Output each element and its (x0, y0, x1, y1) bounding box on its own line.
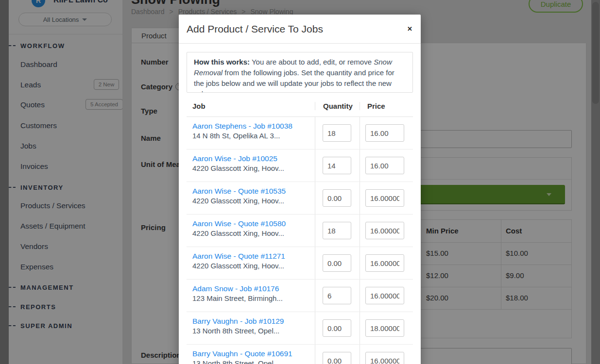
close-icon[interactable]: ✕ (407, 25, 412, 33)
job-row: Aaron Wise - Quote #112714220 Glasscott … (187, 247, 413, 280)
quantity-column-header: Quantity (315, 102, 360, 110)
job-address: 13 North 8th Street, Opel... (192, 359, 315, 364)
job-address: 4220 Glasscott Xing, Hoov... (192, 197, 315, 205)
job-address: 123 Main Street, Birmingh... (192, 294, 315, 302)
price-input[interactable] (365, 222, 404, 239)
job-address: 4220 Glasscott Xing, Hoov... (192, 229, 315, 237)
price-input[interactable] (365, 189, 404, 207)
quantity-input[interactable] (323, 189, 351, 207)
price-input[interactable] (365, 254, 404, 272)
quantity-input[interactable] (323, 124, 351, 142)
job-link[interactable]: Aaron Wise - Quote #10580 (192, 219, 315, 228)
add-product-service-to-jobs-modal: Add Product / Service To Jobs ✕ How this… (179, 15, 421, 364)
quantity-input[interactable] (323, 319, 351, 337)
quantity-input[interactable] (323, 287, 351, 304)
price-column-header: Price (360, 102, 413, 110)
job-link[interactable]: Barry Vaughn - Job #10129 (192, 317, 315, 326)
job-row: Aaron Stephens - Job #1003814 N 8th St, … (187, 117, 413, 149)
job-address: 13 North 8th Street, Opel... (192, 327, 315, 335)
job-row: Aaron Wise - Quote #105804220 Glasscott … (187, 215, 413, 247)
job-row: Adam Snow - Job #10176123 Main Street, B… (187, 280, 413, 312)
how-this-works-note: How this works: You are about to add, ed… (187, 52, 413, 93)
job-column-header: Job (187, 102, 315, 110)
quantity-input[interactable] (323, 157, 351, 174)
job-link[interactable]: Aaron Wise - Quote #10535 (192, 187, 315, 196)
job-row: Aaron Wise - Job #100254220 Glasscott Xi… (187, 149, 413, 182)
price-input[interactable] (365, 157, 404, 174)
job-address: 14 N 8th St, Opelika AL 3... (192, 132, 315, 140)
quantity-input[interactable] (323, 222, 351, 239)
job-link[interactable]: Aaron Wise - Job #10025 (192, 154, 315, 163)
modal-title: Add Product / Service To Jobs (187, 15, 323, 44)
price-input[interactable] (365, 352, 404, 364)
jobs-table-header-row: Job Quantity Price (187, 96, 413, 117)
job-link[interactable]: Barry Vaughn - Quote #10691 (192, 349, 315, 358)
quantity-input[interactable] (323, 352, 351, 364)
job-link[interactable]: Adam Snow - Job #10176 (192, 284, 315, 293)
jobs-table: Job Quantity Price Aaron Stephens - Job … (187, 96, 413, 364)
quantity-input[interactable] (323, 254, 351, 272)
price-input[interactable] (365, 124, 404, 142)
job-row: Barry Vaughn - Job #1012913 North 8th St… (187, 312, 413, 345)
job-address: 4220 Glasscott Xing, Hoov... (192, 262, 315, 270)
price-input[interactable] (365, 287, 404, 304)
job-row: Barry Vaughn - Quote #1069113 North 8th … (187, 345, 413, 364)
job-link[interactable]: Aaron Wise - Quote #11271 (192, 252, 315, 261)
job-row: Aaron Wise - Quote #105354220 Glasscott … (187, 182, 413, 215)
modal-header: Add Product / Service To Jobs ✕ (179, 15, 421, 44)
job-link[interactable]: Aaron Stephens - Job #10038 (192, 122, 315, 131)
modal-body: How this works: You are about to add, ed… (179, 52, 421, 364)
job-address: 4220 Glasscott Xing, Hoov... (192, 164, 315, 172)
price-input[interactable] (365, 319, 404, 337)
